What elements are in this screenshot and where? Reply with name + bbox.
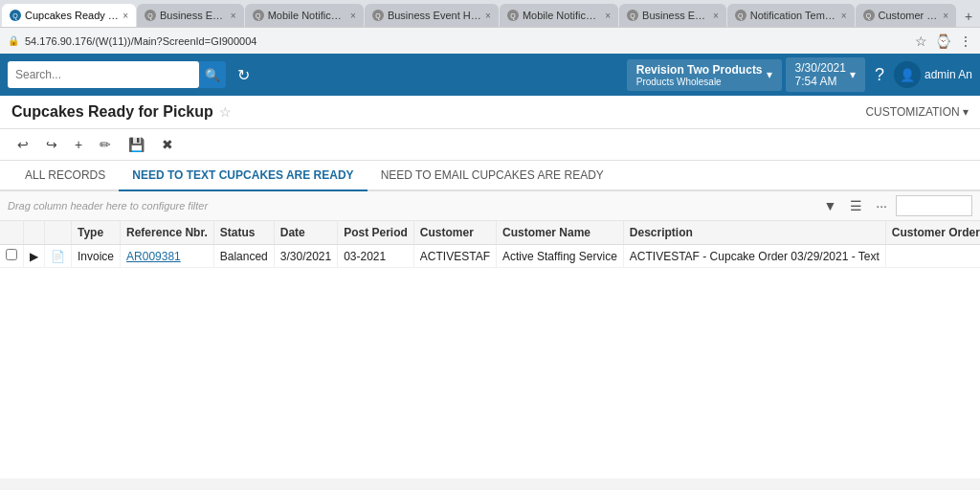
tab-favicon: Q	[627, 10, 638, 21]
browser-tab-tab7[interactable]: QNotification Templat...×	[727, 4, 855, 27]
tab-bar: QCupcakes Ready for P...×QBusiness Event…	[0, 0, 980, 27]
cell-customerordernbr	[885, 245, 980, 268]
tab-label: Notification Templat...	[750, 10, 837, 21]
cell-checkbox[interactable]	[0, 245, 24, 268]
tab-label: Business Event Histo...	[388, 10, 481, 21]
tab-favicon: Q	[10, 10, 21, 21]
columns-button[interactable]: ☰	[845, 196, 867, 215]
header-time: 7:54 AM	[795, 75, 846, 88]
browser-tab-tab3[interactable]: QMobile Notifications×	[245, 4, 364, 27]
settings-icon[interactable]: ⋮	[959, 33, 972, 49]
bookmark-icon[interactable]: ☆	[915, 33, 927, 49]
tab-close-icon[interactable]: ×	[350, 11, 356, 21]
tab-close-icon[interactable]: ×	[122, 11, 128, 21]
user-menu[interactable]: 👤 admin An	[894, 61, 972, 88]
page-title-bar: Cupcakes Ready for Pickup ☆ CUSTOMIZATIO…	[0, 96, 980, 129]
cell-status: Balanced	[213, 245, 274, 268]
cell-customer: ACTIVESTAF	[413, 245, 496, 268]
favorite-star-icon[interactable]: ☆	[219, 104, 232, 120]
tab-favicon: Q	[507, 10, 519, 21]
col-header-date[interactable]: Date	[274, 221, 337, 245]
browser-tab-tab6[interactable]: QBusiness Events×	[619, 4, 726, 27]
redo-button[interactable]: ↪	[40, 133, 63, 156]
delete-button[interactable]: ✖	[156, 133, 179, 156]
company-selector[interactable]: Revision Two Products Products Wholesale…	[627, 59, 782, 91]
col-header-type[interactable]: Type	[72, 221, 121, 245]
browser-tab-tab2[interactable]: QBusiness Events×	[137, 4, 244, 27]
browser-tab-tab8[interactable]: QCustomer View×	[856, 4, 956, 27]
tab-favicon: Q	[863, 10, 875, 21]
cell-expand-icon[interactable]: ▶	[24, 245, 45, 268]
company-sub: Products Wholesale	[636, 77, 763, 87]
view-tab-need-text[interactable]: NEED TO TEXT CUPCAKES ARE READY	[119, 161, 367, 191]
table-header-row: Type Reference Nbr. Status Date Post Per…	[0, 221, 980, 245]
page-content: Cupcakes Ready for Pickup ☆ CUSTOMIZATIO…	[0, 96, 980, 479]
tab-close-icon[interactable]: ×	[485, 11, 491, 21]
more-actions-button[interactable]: ···	[871, 196, 892, 215]
col-header-ref[interactable]: Reference Nbr.	[121, 221, 214, 245]
help-button[interactable]: ?	[869, 61, 890, 89]
cell-date: 3/30/2021	[274, 245, 337, 268]
edit-button[interactable]: ✏	[94, 133, 117, 156]
filter-placeholder: Drag column header here to configure fil…	[8, 200, 814, 212]
col-header-icon2	[45, 221, 72, 245]
col-header-postperiod[interactable]: Post Period	[338, 221, 414, 245]
col-header-customerordernbr[interactable]: Customer Order Nbr.	[885, 221, 980, 245]
datetime-display[interactable]: 3/30/2021 7:54 AM ▾	[786, 57, 865, 92]
tab-close-icon[interactable]: ×	[231, 11, 236, 21]
view-tabs: ALL RECORDSNEED TO TEXT CUPCAKES ARE REA…	[0, 161, 980, 191]
filter-bar: Drag column header here to configure fil…	[0, 191, 980, 221]
tab-label: Mobile Notifications	[268, 10, 346, 21]
table-row: ▶📄InvoiceAR009381Balanced3/30/202103-202…	[0, 245, 980, 268]
view-tab-need-email[interactable]: NEED TO EMAIL CUPCAKES ARE READY	[368, 161, 617, 191]
user-avatar: 👤	[894, 61, 921, 88]
save-button[interactable]: 💾	[122, 133, 150, 156]
add-button[interactable]: +	[69, 133, 88, 156]
filter-button[interactable]: ▼	[818, 196, 841, 215]
username: admin An	[924, 68, 972, 81]
refresh-button[interactable]: ↻	[230, 62, 257, 88]
tab-favicon: Q	[372, 10, 384, 21]
toolbar: ↩ ↪ + ✏ 💾 ✖	[0, 129, 980, 161]
cell-postperiod: 03-2021	[338, 245, 414, 268]
browser-tab-tab5[interactable]: QMobile Notifications×	[500, 4, 618, 27]
cell-type: Invoice	[72, 245, 121, 268]
browser-tab-tab1[interactable]: QCupcakes Ready for P...×	[2, 4, 136, 27]
cell-description: ACTIVESTAF - Cupcake Order 03/29/2021 - …	[623, 245, 885, 268]
company-name: Revision Two Products	[636, 63, 763, 77]
tab-close-icon[interactable]: ×	[841, 11, 847, 21]
history-icon[interactable]: ⌚	[935, 33, 951, 49]
cell-doc-icon: 📄	[45, 245, 72, 268]
col-header-customername[interactable]: Customer Name	[496, 221, 623, 245]
customization-button[interactable]: CUSTOMIZATION ▾	[865, 105, 969, 119]
undo-button[interactable]: ↩	[11, 133, 34, 156]
col-header-icon1	[24, 221, 45, 245]
tab-label: Mobile Notifications	[523, 10, 601, 21]
tab-label: Customer View	[879, 10, 940, 21]
header-date: 3/30/2021	[795, 61, 846, 75]
search-button[interactable]: 🔍	[199, 61, 226, 88]
tab-close-icon[interactable]: ×	[943, 11, 948, 21]
search-filter-input[interactable]	[896, 195, 972, 216]
datetime-chevron-icon: ▾	[850, 68, 856, 81]
address-bar: 🔒 54.176.90.176/(W(11))/Main?ScreenId=GI…	[0, 27, 980, 54]
col-header-status[interactable]: Status	[213, 221, 274, 245]
tab-close-icon[interactable]: ×	[713, 11, 719, 21]
cell-ref[interactable]: AR009381	[121, 245, 214, 268]
browser-tab-tab4[interactable]: QBusiness Event Histo...×	[365, 4, 499, 27]
tab-close-icon[interactable]: ×	[605, 11, 611, 21]
search-input[interactable]	[8, 61, 199, 88]
table-container: Type Reference Nbr. Status Date Post Per…	[0, 221, 980, 268]
tab-label: Business Events	[642, 10, 709, 21]
col-header-customer[interactable]: Customer	[413, 221, 496, 245]
tab-favicon: Q	[735, 10, 746, 21]
tab-label: Cupcakes Ready for P...	[25, 10, 119, 21]
new-tab-button[interactable]: +	[957, 6, 980, 27]
col-header-description[interactable]: Description	[623, 221, 885, 245]
view-tab-all-records[interactable]: ALL RECORDS	[11, 161, 119, 191]
cell-customername: Active Staffing Service	[496, 245, 623, 268]
tab-favicon: Q	[145, 10, 156, 21]
company-chevron-icon: ▾	[767, 68, 772, 81]
ref-link[interactable]: AR009381	[126, 250, 181, 263]
data-table: Type Reference Nbr. Status Date Post Per…	[0, 221, 980, 268]
